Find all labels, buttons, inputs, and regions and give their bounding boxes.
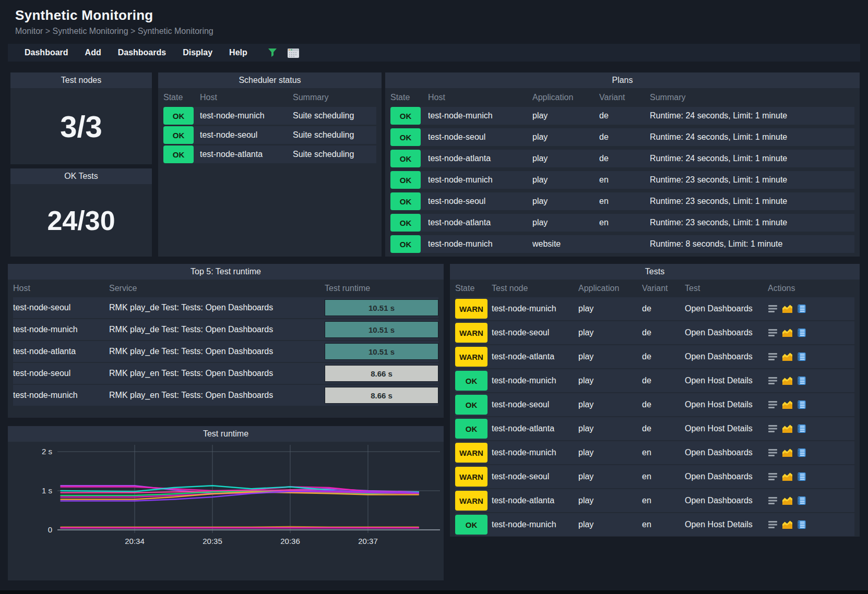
test-node-cell[interactable]: test-node-munich	[492, 448, 578, 457]
logwatch-icon[interactable]	[796, 400, 806, 409]
table-row[interactable]: test-node-munich RMK play_en Test: Tests…	[13, 385, 438, 406]
logwatch-icon[interactable]	[796, 328, 806, 337]
table-row[interactable]: OK test-node-seoul play de Runtime: 24 s…	[390, 128, 854, 146]
metrics-graph-icon[interactable]	[782, 352, 793, 361]
table-row[interactable]: WARN test-node-seoul play en Open Dashbo…	[455, 465, 854, 488]
host-cell[interactable]: test-node-munich	[428, 111, 532, 120]
service-menu-icon[interactable]	[768, 425, 778, 433]
test-cell[interactable]: Open Dashboards	[685, 447, 768, 458]
host-cell[interactable]: test-node-atlanta	[428, 154, 532, 163]
table-row[interactable]: WARN test-node-seoul play de Open Dashbo…	[455, 321, 854, 344]
test-cell[interactable]: Open Dashboards	[685, 304, 768, 314]
table-row[interactable]: test-node-seoul RMK play_de Test: Tests:…	[13, 297, 438, 318]
service-menu-icon[interactable]	[768, 520, 778, 529]
service-menu-icon[interactable]	[768, 305, 778, 313]
table-row[interactable]: OK test-node-munich play en Runtime: 23 …	[390, 171, 854, 189]
logwatch-icon[interactable]	[796, 376, 806, 385]
service-menu-icon[interactable]	[768, 329, 778, 337]
host-cell[interactable]: test-node-munich	[428, 175, 532, 185]
test-node-cell[interactable]: test-node-seoul	[492, 472, 578, 481]
logwatch-icon[interactable]	[796, 448, 806, 457]
test-cell[interactable]: Open Dashboards	[685, 351, 768, 362]
host-cell[interactable]: test-node-seoul	[13, 369, 109, 378]
table-row[interactable]: OK test-node-seoul Suite scheduling	[163, 126, 376, 144]
test-nodes-value[interactable]: 3/3	[10, 88, 152, 164]
table-row[interactable]: OK test-node-munich play en Open Host De…	[455, 513, 854, 536]
metrics-graph-icon[interactable]	[782, 496, 793, 505]
table-row[interactable]: OK test-node-munich website Runtime: 8 s…	[390, 235, 854, 253]
host-cell[interactable]: test-node-seoul	[428, 132, 532, 142]
table-row[interactable]: WARN test-node-munich play de Open Dashb…	[455, 297, 854, 320]
menu-dashboard[interactable]: Dashboard	[16, 48, 77, 57]
table-row[interactable]: OK test-node-seoul play de Open Host Det…	[455, 393, 854, 416]
metrics-graph-icon[interactable]	[782, 424, 793, 433]
service-menu-icon[interactable]	[768, 377, 778, 385]
filter-icon[interactable]	[267, 47, 278, 58]
test-cell[interactable]: Open Host Details	[685, 399, 768, 410]
test-node-cell[interactable]: test-node-munich	[492, 376, 578, 385]
metrics-graph-icon[interactable]	[782, 376, 793, 385]
service-menu-icon[interactable]	[768, 472, 778, 481]
table-row[interactable]: WARN test-node-atlanta play de Open Dash…	[455, 345, 854, 368]
logwatch-icon[interactable]	[796, 424, 806, 433]
logwatch-icon[interactable]	[796, 472, 806, 481]
service-cell[interactable]: RMK play_de Test: Tests: Open Dashboards	[109, 303, 325, 312]
service-cell[interactable]: RMK play_en Test: Tests: Open Dashboards	[109, 369, 325, 378]
menu-display[interactable]: Display	[174, 48, 221, 57]
metrics-graph-icon[interactable]	[782, 448, 793, 457]
table-row[interactable]: OK test-node-munich play de Open Host De…	[455, 369, 854, 392]
test-node-cell[interactable]: test-node-atlanta	[492, 424, 578, 433]
host-cell[interactable]: test-node-atlanta	[428, 218, 532, 227]
test-cell[interactable]: Open Host Details	[685, 519, 768, 530]
test-cell[interactable]: Open Dashboards	[685, 471, 768, 482]
table-row[interactable]: OK test-node-atlanta Suite scheduling	[163, 146, 376, 163]
metrics-graph-icon[interactable]	[782, 304, 793, 313]
service-menu-icon[interactable]	[768, 401, 778, 409]
test-cell[interactable]: Open Host Details	[685, 423, 768, 434]
host-cell[interactable]: test-node-atlanta	[13, 347, 109, 356]
host-cell[interactable]: test-node-atlanta	[200, 150, 293, 159]
host-cell[interactable]: test-node-seoul	[13, 303, 109, 312]
host-cell[interactable]: test-node-seoul	[428, 197, 532, 206]
ok-tests-value[interactable]: 24/30	[10, 184, 152, 257]
logwatch-icon[interactable]	[796, 304, 806, 313]
table-row[interactable]: OK test-node-munich Suite scheduling	[163, 107, 376, 125]
test-node-cell[interactable]: test-node-seoul	[492, 328, 578, 337]
logwatch-icon[interactable]	[796, 520, 806, 529]
table-row[interactable]: WARN test-node-munich play en Open Dashb…	[455, 441, 854, 464]
calendar-icon[interactable]	[287, 47, 300, 58]
table-row[interactable]: OK test-node-atlanta play de Runtime: 24…	[390, 150, 854, 167]
metrics-graph-icon[interactable]	[782, 472, 793, 481]
metrics-graph-icon[interactable]	[782, 328, 793, 337]
table-row[interactable]: test-node-atlanta RMK play_de Test: Test…	[13, 341, 438, 362]
test-cell[interactable]: Open Dashboards	[685, 495, 768, 506]
metrics-graph-icon[interactable]	[782, 400, 793, 409]
service-cell[interactable]: RMK play_de Test: Tests: Open Dashboards	[109, 347, 325, 356]
service-cell[interactable]: RMK play_en Test: Tests: Open Dashboards	[109, 391, 325, 400]
test-cell[interactable]: Open Host Details	[685, 375, 768, 386]
service-cell[interactable]: RMK play_de Test: Tests: Open Dashboards	[109, 325, 325, 334]
service-menu-icon[interactable]	[768, 448, 778, 457]
menu-help[interactable]: Help	[221, 48, 256, 57]
host-cell[interactable]: test-node-seoul	[200, 130, 293, 140]
host-cell[interactable]: test-node-munich	[13, 325, 109, 334]
table-row[interactable]: OK test-node-munich play de Runtime: 24 …	[390, 107, 854, 125]
test-node-cell[interactable]: test-node-seoul	[492, 400, 578, 409]
metrics-graph-icon[interactable]	[782, 520, 793, 529]
test-node-cell[interactable]: test-node-atlanta	[492, 352, 578, 361]
table-row[interactable]: OK test-node-atlanta play de Open Host D…	[455, 417, 854, 440]
test-node-cell[interactable]: test-node-atlanta	[492, 496, 578, 505]
test-cell[interactable]: Open Dashboards	[685, 328, 768, 338]
menu-dashboards[interactable]: Dashboards	[110, 48, 174, 57]
logwatch-icon[interactable]	[796, 496, 806, 505]
table-row[interactable]: test-node-seoul RMK play_en Test: Tests:…	[13, 363, 438, 384]
table-row[interactable]: WARN test-node-atlanta play en Open Dash…	[455, 489, 854, 512]
host-cell[interactable]: test-node-munich	[428, 239, 532, 249]
table-row[interactable]: OK test-node-atlanta play en Runtime: 23…	[390, 214, 854, 232]
host-cell[interactable]: test-node-munich	[13, 391, 109, 400]
table-row[interactable]: OK test-node-seoul play en Runtime: 23 s…	[390, 192, 854, 210]
logwatch-icon[interactable]	[796, 352, 806, 361]
menu-add[interactable]: Add	[77, 48, 110, 57]
service-menu-icon[interactable]	[768, 353, 778, 361]
test-node-cell[interactable]: test-node-munich	[492, 304, 578, 313]
